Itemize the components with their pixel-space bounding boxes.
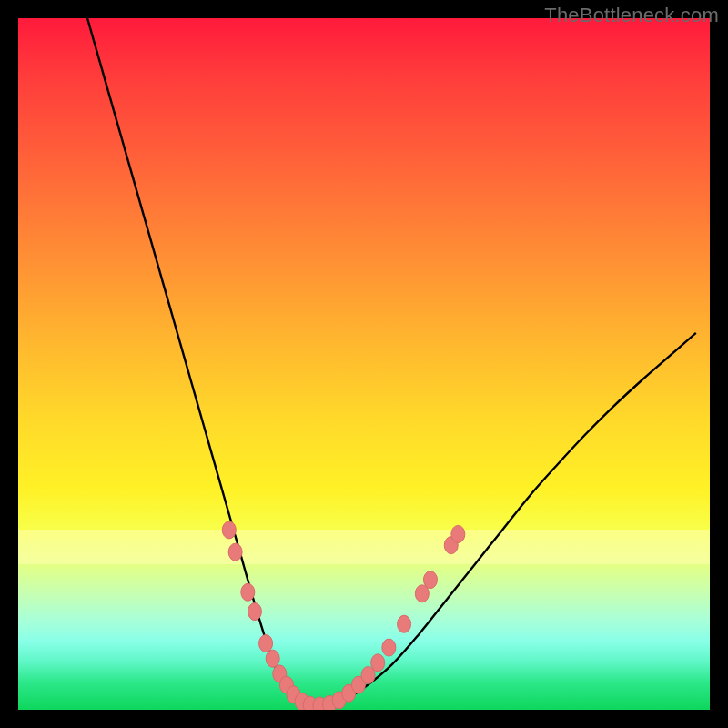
curve-marker <box>266 650 279 667</box>
curve-marker <box>248 603 261 621</box>
curve-marker <box>222 521 236 539</box>
curve-marker <box>423 571 437 589</box>
watermark-text: TheBottleneck.com <box>544 4 719 27</box>
plot-area <box>18 18 710 710</box>
chart-svg <box>18 18 710 710</box>
curve-marker <box>241 583 255 601</box>
curve-marker <box>228 543 242 561</box>
curve-marker <box>451 525 465 542</box>
curve-marker <box>382 639 396 656</box>
curve-marker <box>259 635 273 652</box>
bottleneck-curve <box>87 18 696 706</box>
curve-markers <box>222 521 465 710</box>
curve-marker <box>398 615 411 632</box>
curve-marker <box>371 654 385 672</box>
chart-frame: TheBottleneck.com <box>0 0 728 728</box>
